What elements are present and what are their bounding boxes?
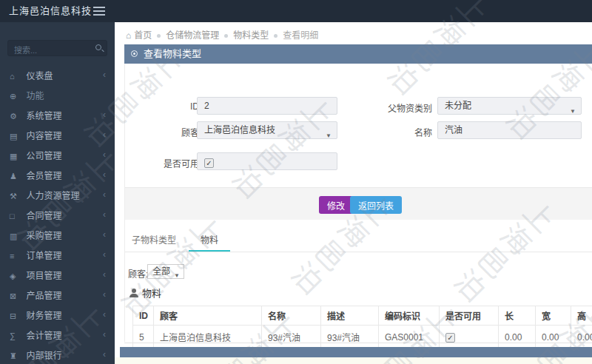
chevron-icon: ‹ (103, 105, 106, 125)
breadcrumb-separator (157, 34, 161, 38)
section-title: 物料 (130, 286, 161, 300)
col-name: 名称 (262, 306, 321, 326)
sidebar-search-input[interactable]: 搜索... (7, 40, 107, 56)
tab-sub-material-types[interactable]: 子物料类型 (131, 231, 177, 252)
cell-length: 0.00 (499, 326, 536, 349)
chevron-icon: ‹ (103, 65, 106, 85)
filter-customer-label: 顾客: (128, 267, 148, 280)
col-description: 描述 (321, 306, 379, 326)
view-icon (131, 50, 138, 57)
chevron-down-icon: ▼ (570, 104, 576, 120)
chevron-icon: ‹ (103, 205, 106, 225)
row-available-checkbox[interactable]: ✓ (445, 333, 455, 343)
panel-body: ID 2 父物资类别 未分配 ▼ 顾客 上海邑泊信息科技 ▼ 名称 汽油 是否可… (124, 64, 592, 342)
name-label: 名称 (347, 126, 432, 138)
sidebar-item-product[interactable]: ⊠ 产品管理 ‹ (0, 285, 115, 305)
customer-label: 顾客 (155, 126, 199, 138)
tab-materials[interactable]: 物料 (189, 231, 230, 252)
breadcrumb-material-type[interactable]: 物料类型 (233, 30, 269, 41)
sidebar-item-project[interactable]: ◈ 项目管理 ‹ (0, 265, 115, 285)
col-id: ID (133, 306, 154, 326)
filter-customer-select[interactable]: 全部 ▼ (147, 264, 184, 279)
bottom-panel-header (120, 347, 592, 357)
sidebar-item-contract[interactable]: □ 合同管理 ‹ (0, 205, 115, 225)
chevron-icon: ‹ (103, 185, 106, 205)
cell-available: ✓ (440, 326, 499, 349)
sidebar-item-finance[interactable]: ⊟ 财务管理 ‹ (0, 305, 115, 325)
sidebar-item-company[interactable]: ▦ 公司管理 ‹ (0, 145, 115, 165)
cell-description: 93#汽油 (321, 326, 379, 349)
search-placeholder: 搜索... (14, 44, 37, 55)
hamburger-menu-icon[interactable] (93, 7, 105, 16)
panel-header: 查看物料类型 (124, 44, 592, 64)
chevron-down-icon: ▼ (326, 128, 332, 144)
breadcrumb: ⌂首页仓储物流管理物料类型查看明细 (126, 28, 318, 41)
sidebar-item-order[interactable]: ≡ 订单管理 ‹ (0, 245, 115, 265)
calculator-icon: ∑ (10, 326, 23, 346)
cell-name: 93#汽油 (262, 326, 321, 349)
col-length: 长 (499, 306, 536, 326)
sidebar-item-purchase[interactable]: ▥ 采购管理 ‹ (0, 225, 115, 245)
home-icon: ⌂ (10, 67, 23, 87)
form-footer: 修改 返回列表 (125, 187, 592, 220)
breadcrumb-separator (224, 34, 228, 38)
user-icon (130, 289, 138, 297)
document-icon: ▤ (10, 127, 23, 146)
id-field[interactable]: 2 (197, 97, 337, 115)
available-field: ✓ (197, 152, 337, 170)
detail-tabs: 子物料类型 物料 (125, 231, 592, 252)
col-width: 宽 (536, 306, 571, 326)
sidebar-item-content[interactable]: ▤ 内容管理 ‹ (0, 125, 115, 145)
sidebar-item-hr[interactable]: ⚒ 人力资源管理 ‹ (0, 185, 115, 205)
back-to-list-button[interactable]: 返回列表 (350, 196, 402, 214)
chevron-down-icon: ▼ (174, 269, 180, 283)
sidebar-item-functions[interactable]: ⊕ 功能 (0, 85, 115, 105)
sidebar-item-system[interactable]: ⚙ 系统管理 ‹ (0, 105, 115, 125)
cell-code: GAS0001 (379, 326, 440, 349)
money-icon: ⊟ (10, 306, 23, 326)
materials-table-wrap: ID 顾客 名称 描述 编码标识 是否可用 长 宽 高 5 上海邑泊 (132, 306, 592, 350)
page-title: 查看物料类型 (144, 48, 201, 59)
cart-icon: ▥ (10, 226, 23, 246)
chevron-icon: ‹ (103, 145, 106, 165)
table-header-row: ID 顾客 名称 描述 编码标识 是否可用 长 宽 高 (133, 306, 592, 326)
chevron-icon: ‹ (103, 225, 106, 245)
col-available: 是否可用 (440, 306, 499, 326)
sidebar-item-member[interactable]: ♟ 会员管理 ‹ (0, 165, 115, 185)
sidebar-item-internal-bank[interactable]: ♜ 内部银行 ‹ (0, 345, 115, 364)
chevron-icon: ‹ (103, 125, 106, 145)
modify-button[interactable]: 修改 (319, 196, 353, 214)
chevron-icon: ‹ (103, 245, 106, 265)
chevron-icon: ‹ (103, 165, 106, 185)
table-row[interactable]: 5 上海邑泊信息科技 93#汽油 93#汽油 GAS0001 ✓ 0.00 0.… (133, 326, 592, 349)
breadcrumb-warehouse[interactable]: 仓储物流管理 (166, 30, 219, 41)
panel-divider (124, 343, 592, 343)
globe-icon: ⊕ (10, 87, 23, 107)
name-field[interactable]: 汽油 (437, 121, 582, 139)
pencil-icon: ⊠ (10, 286, 23, 306)
cell-width: 0.00 (536, 326, 571, 349)
available-checkbox[interactable]: ✓ (204, 158, 214, 168)
chevron-icon: ‹ (103, 265, 106, 285)
sidebar-item-dashboard[interactable]: ⌂ 仪表盘 ‹ (0, 65, 115, 85)
col-height: 高 (571, 306, 592, 326)
gear-icon: ⚙ (10, 107, 23, 127)
search-icon[interactable] (95, 44, 101, 50)
breadcrumb-separator (274, 34, 278, 38)
main-content: ⌂首页仓储物流管理物料类型查看明细 查看物料类型 ID 2 父物资类别 未分配 … (115, 22, 592, 364)
user-icon: ♟ (10, 166, 23, 186)
top-bar: 上海邑泊信息科技 (0, 0, 592, 22)
id-label: ID (155, 101, 199, 112)
customer-select[interactable]: 上海邑泊信息科技 ▼ (197, 121, 337, 139)
building-icon: ▦ (10, 146, 23, 166)
parent-category-label: 父物资类别 (347, 101, 432, 114)
breadcrumb-home-icon: ⌂ (126, 30, 131, 41)
app-root: 上海邑泊信息科技 搜索... ⌂ 仪表盘 ‹ ⊕ 功能 ⚙ 系统管理 ‹ (0, 0, 592, 364)
parent-category-select[interactable]: 未分配 ▼ (437, 97, 582, 115)
list-icon: ≡ (10, 246, 23, 266)
sidebar-item-accounting[interactable]: ∑ 会计管理 ‹ (0, 325, 115, 345)
col-customer: 顾客 (154, 306, 262, 326)
briefcase-icon: ◈ (10, 266, 23, 286)
breadcrumb-home[interactable]: 首页 (134, 30, 152, 41)
sidebar-menu: ⌂ 仪表盘 ‹ ⊕ 功能 ⚙ 系统管理 ‹ ▤ 内容管理 ‹ ▦ 公司管理 ‹ (0, 65, 115, 364)
